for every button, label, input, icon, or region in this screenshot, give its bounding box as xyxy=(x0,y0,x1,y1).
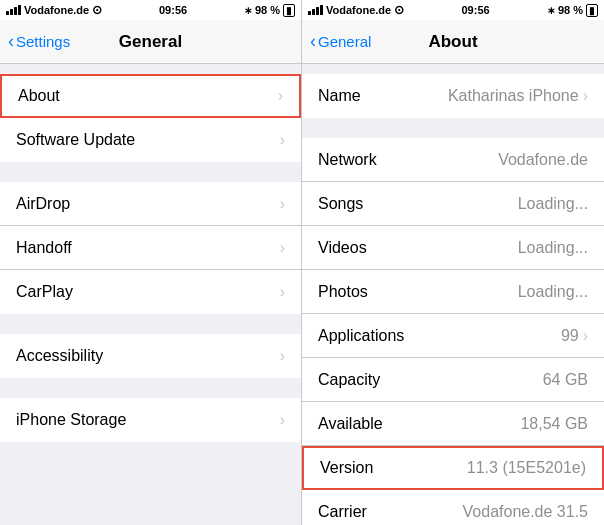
handoff-item[interactable]: Handoff › xyxy=(0,226,301,270)
carrier-value: Vodafone.de 31.5 xyxy=(463,503,588,521)
airdrop-item[interactable]: AirDrop › xyxy=(0,182,301,226)
software-update-item[interactable]: Software Update › xyxy=(0,118,301,162)
about-items-list: Network Vodafone.de Songs Loading... Vid… xyxy=(302,138,604,525)
airdrop-label: AirDrop xyxy=(16,195,70,213)
version-label: Version xyxy=(320,459,373,477)
applications-value: 99 › xyxy=(561,327,588,345)
videos-label: Videos xyxy=(318,239,367,257)
right-back-chevron-icon: ‹ xyxy=(310,31,316,52)
separator-3 xyxy=(0,378,301,388)
signal-icon xyxy=(6,5,21,15)
version-item: Version 11.3 (15E5201e) xyxy=(302,446,604,490)
left-section-2: AirDrop › Handoff › CarPlay › xyxy=(0,182,301,314)
network-item: Network Vodafone.de xyxy=(302,138,604,182)
battery-icon: ▮ xyxy=(283,4,295,17)
photos-value: Loading... xyxy=(518,283,588,301)
right-wifi-icon: ⊙ xyxy=(394,3,404,17)
name-value: Katharinas iPhone › xyxy=(448,87,588,105)
left-carrier: Vodafone.de xyxy=(24,4,89,16)
songs-value: Loading... xyxy=(518,195,588,213)
left-back-button[interactable]: ‹ Settings xyxy=(8,31,70,52)
iphone-storage-label: iPhone Storage xyxy=(16,411,126,429)
right-bluetooth-icon: ∗ xyxy=(547,5,555,16)
right-nav-title: About xyxy=(428,32,477,52)
about-label: About xyxy=(18,87,60,105)
available-value: 18,54 GB xyxy=(520,415,588,433)
right-time: 09:56 xyxy=(461,4,489,16)
left-section-4: iPhone Storage › xyxy=(0,398,301,442)
left-nav-bar: ‹ Settings General xyxy=(0,20,301,64)
capacity-value: 64 GB xyxy=(543,371,588,389)
right-status-left: Vodafone.de ⊙ xyxy=(308,3,404,17)
right-nav-bar: ‹ General About xyxy=(302,20,604,64)
carplay-chevron-icon: › xyxy=(280,283,285,301)
right-signal-icon xyxy=(308,5,323,15)
right-separator-1 xyxy=(302,118,604,128)
left-time: 09:56 xyxy=(159,4,187,16)
right-carrier: Vodafone.de xyxy=(326,4,391,16)
separator-2 xyxy=(0,314,301,324)
left-status-left: Vodafone.de ⊙ xyxy=(6,3,102,17)
left-back-chevron-icon: ‹ xyxy=(8,31,14,52)
separator-1 xyxy=(0,162,301,172)
network-label: Network xyxy=(318,151,377,169)
carplay-item[interactable]: CarPlay › xyxy=(0,270,301,314)
accessibility-chevron-icon: › xyxy=(280,347,285,365)
airdrop-chevron-icon: › xyxy=(280,195,285,213)
left-panel: Vodafone.de ⊙ 09:56 ∗ 98 % ▮ ‹ Settings … xyxy=(0,0,302,525)
network-value: Vodafone.de xyxy=(498,151,588,169)
photos-item: Photos Loading... xyxy=(302,270,604,314)
applications-chevron-icon: › xyxy=(583,327,588,345)
version-value: 11.3 (15E5201e) xyxy=(467,459,586,477)
carrier-label: Carrier xyxy=(318,503,367,521)
name-label: Name xyxy=(318,87,361,105)
videos-item: Videos Loading... xyxy=(302,226,604,270)
about-chevron-icon: › xyxy=(278,87,283,105)
name-chevron-icon: › xyxy=(583,87,588,105)
capacity-item: Capacity 64 GB xyxy=(302,358,604,402)
left-nav-title: General xyxy=(119,32,182,52)
capacity-label: Capacity xyxy=(318,371,380,389)
iphone-storage-chevron-icon: › xyxy=(280,411,285,429)
wifi-icon: ⊙ xyxy=(92,3,102,17)
available-item: Available 18,54 GB xyxy=(302,402,604,446)
handoff-label: Handoff xyxy=(16,239,72,257)
right-back-label: General xyxy=(318,33,371,50)
right-battery-pct: 98 % xyxy=(558,4,583,16)
applications-item[interactable]: Applications 99 › xyxy=(302,314,604,358)
left-battery-pct: 98 % xyxy=(255,4,280,16)
carplay-label: CarPlay xyxy=(16,283,73,301)
left-status-right: ∗ 98 % ▮ xyxy=(244,4,295,17)
applications-label: Applications xyxy=(318,327,404,345)
songs-item: Songs Loading... xyxy=(302,182,604,226)
iphone-storage-item[interactable]: iPhone Storage › xyxy=(0,398,301,442)
right-battery-icon: ▮ xyxy=(586,4,598,17)
right-back-button[interactable]: ‹ General xyxy=(310,31,371,52)
photos-label: Photos xyxy=(318,283,368,301)
left-status-bar: Vodafone.de ⊙ 09:56 ∗ 98 % ▮ xyxy=(0,0,301,20)
software-update-chevron-icon: › xyxy=(280,131,285,149)
about-menu-item[interactable]: About › xyxy=(0,74,301,118)
left-section-3: Accessibility › xyxy=(0,334,301,378)
software-update-label: Software Update xyxy=(16,131,135,149)
songs-label: Songs xyxy=(318,195,363,213)
videos-value: Loading... xyxy=(518,239,588,257)
bluetooth-icon: ∗ xyxy=(244,5,252,16)
available-label: Available xyxy=(318,415,383,433)
about-name-section: Name Katharinas iPhone › xyxy=(302,74,604,118)
left-section-1: About › Software Update › xyxy=(0,74,301,162)
left-back-label: Settings xyxy=(16,33,70,50)
right-panel: Vodafone.de ⊙ 09:56 ∗ 98 % ▮ ‹ General A… xyxy=(302,0,604,525)
accessibility-label: Accessibility xyxy=(16,347,103,365)
right-status-right: ∗ 98 % ▮ xyxy=(547,4,598,17)
right-status-bar: Vodafone.de ⊙ 09:56 ∗ 98 % ▮ xyxy=(302,0,604,20)
carrier-item: Carrier Vodafone.de 31.5 xyxy=(302,490,604,525)
handoff-chevron-icon: › xyxy=(280,239,285,257)
name-item[interactable]: Name Katharinas iPhone › xyxy=(302,74,604,118)
accessibility-item[interactable]: Accessibility › xyxy=(0,334,301,378)
